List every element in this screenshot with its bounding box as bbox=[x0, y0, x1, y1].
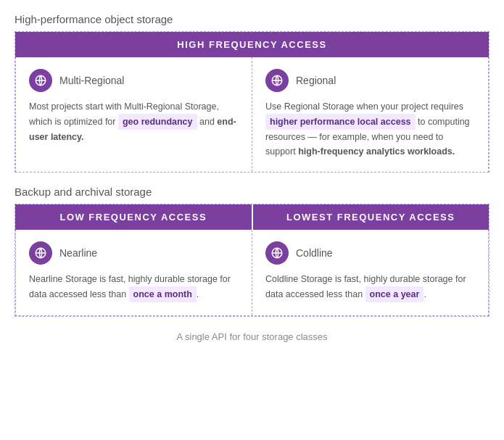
multi-regional-text-mid: and bbox=[197, 117, 218, 127]
high-freq-outer-box: HIGH FREQUENCY ACCESS Multi-Regional bbox=[15, 31, 489, 173]
nearline-highlight1: once a month bbox=[129, 286, 197, 302]
nearline-title: Nearline bbox=[59, 247, 97, 259]
high-perf-title: High-performance object storage bbox=[15, 13, 489, 25]
multi-regional-highlight1: geo redundancy bbox=[118, 114, 197, 130]
multi-regional-header: Multi-Regional bbox=[29, 69, 239, 92]
regional-body: Use Regional Storage when your project r… bbox=[265, 99, 475, 159]
coldline-body: Coldline Storage is fast, highly durable… bbox=[265, 272, 475, 302]
multi-regional-card: Multi-Regional Most projects start with … bbox=[16, 57, 252, 172]
multi-regional-icon bbox=[29, 69, 52, 92]
multi-regional-title: Multi-Regional bbox=[59, 75, 124, 86]
backup-title: Backup and archival storage bbox=[15, 186, 489, 198]
coldline-title: Coldline bbox=[296, 247, 333, 259]
regional-highlight2: high-frequency analytics workloads. bbox=[298, 146, 455, 157]
nearline-header: Nearline bbox=[29, 241, 239, 265]
regional-card: Regional Use Regional Storage when your … bbox=[252, 57, 488, 172]
regional-text-start: Use Regional Storage when your project r… bbox=[265, 101, 463, 112]
regional-icon bbox=[265, 69, 289, 92]
regional-title: Regional bbox=[296, 75, 336, 86]
coldline-header: Coldline bbox=[265, 241, 475, 265]
low-freq-banner: LOW FREQUENCY ACCESS bbox=[15, 204, 253, 230]
coldline-card: Coldline Coldline Storage is fast, highl… bbox=[252, 230, 488, 315]
lowest-freq-banner: LOWEST FREQUENCY ACCESS bbox=[253, 204, 489, 230]
backup-outer-box: LOW FREQUENCY ACCESS LOWEST FREQUENCY AC… bbox=[15, 204, 489, 317]
coldline-icon bbox=[265, 241, 289, 265]
multi-regional-body: Most projects start with Multi-Regional … bbox=[29, 99, 239, 144]
backup-section: Backup and archival storage LOW FREQUENC… bbox=[15, 186, 489, 317]
coldline-highlight1: once a year bbox=[365, 286, 424, 302]
coldline-text-end: . bbox=[424, 289, 426, 299]
nearline-card: Nearline Nearline Storage is fast, highl… bbox=[16, 230, 252, 315]
nearline-body: Nearline Storage is fast, highly durable… bbox=[29, 272, 239, 302]
footer-text: A single API for four storage classes bbox=[15, 325, 489, 342]
nearline-text-end: . bbox=[197, 289, 199, 299]
nearline-icon bbox=[29, 241, 52, 265]
freq-banners-row: LOW FREQUENCY ACCESS LOWEST FREQUENCY AC… bbox=[15, 204, 489, 230]
high-freq-cards-row: Multi-Regional Most projects start with … bbox=[15, 57, 489, 173]
regional-header: Regional bbox=[265, 69, 475, 92]
high-freq-banner: HIGH FREQUENCY ACCESS bbox=[15, 32, 489, 57]
regional-highlight1: higher performance local access bbox=[265, 114, 416, 130]
backup-cards-row: Nearline Nearline Storage is fast, highl… bbox=[15, 230, 489, 316]
